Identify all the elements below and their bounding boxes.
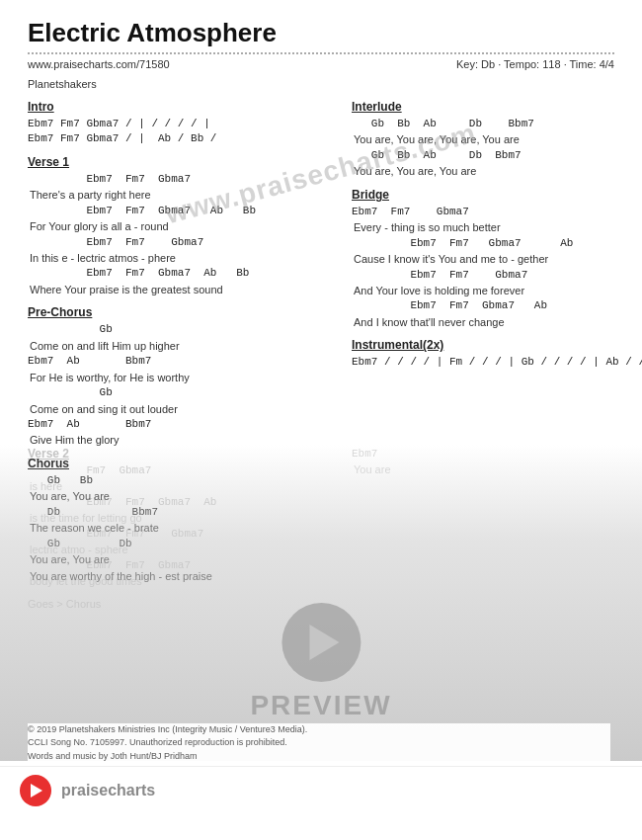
instrumental-section: Instrumental(2x) Ebm7 / / / / | Fm / / /…	[352, 338, 642, 370]
v1-lyric-1: There's a party right here	[30, 187, 334, 204]
play-triangle-icon	[309, 625, 339, 660]
footer-brand-text: praisecharts	[61, 782, 155, 799]
il-lyric-2: You are, You are, You are	[354, 163, 642, 180]
verse1-label: Verse 1	[28, 155, 334, 169]
footer: praisecharts	[0, 766, 642, 840]
song-url[interactable]: www.praisecharts.com/71580	[28, 58, 170, 70]
prechorus-section: Pre-Chorus Gb Come on and lift Him up hi…	[28, 305, 334, 449]
footer-play-icon	[31, 784, 42, 798]
v1-chord-1: Ebm7 Fm7 Gbma7	[28, 172, 334, 187]
v1-chord-3: Ebm7 Fm7 Gbma7	[28, 235, 334, 250]
copyright-line2: CCLI Song No. 7105997. Unauthorized repr…	[28, 736, 610, 750]
song-title: Electric Atmosphere	[28, 18, 614, 48]
v1-lyric-3: In this e - lectric atmos - phere	[30, 250, 334, 267]
br-lyric-4: And I know that'll never change	[354, 314, 642, 331]
preview-play-button[interactable]	[281, 603, 361, 682]
intro-chord-1: Ebm7 Fm7 Gbma7 / | / / / / |	[28, 117, 334, 131]
il-chord-2: Gb Bb Ab Db Bbm7	[352, 148, 642, 163]
bridge-label: Bridge	[352, 188, 642, 202]
footer-inner: praisecharts	[20, 775, 622, 806]
br-chord-2: Ebm7 Fm7 Gbma7 Ab	[352, 236, 642, 251]
instrumental-label: Instrumental(2x)	[352, 338, 642, 352]
pc-lyric-3: Come on and sing it out louder	[30, 401, 334, 418]
pc-lyric-1: Come on and lift Him up higher	[30, 338, 334, 355]
bridge-section: Bridge Ebm7 Fm7 Gbma7 Every - thing is s…	[352, 188, 642, 331]
artist: Planetshakers	[28, 78, 614, 90]
v1-chord-2: Ebm7 Fm7 Gbma7 Ab Bb	[28, 204, 334, 218]
pc-chord-1: Gb	[28, 322, 334, 337]
page: Electric Atmosphere www.praisecharts.com…	[0, 0, 642, 840]
br-lyric-2: Cause I know it's You and me to - gether	[354, 251, 642, 268]
prechorus-label: Pre-Chorus	[28, 305, 334, 319]
pc-chord-3: Gb	[28, 385, 334, 400]
intro-chord-2: Ebm7 Fm7 Gbma7 / | Ab / Bb /	[28, 131, 334, 146]
preview-text: PREVIEW	[250, 690, 391, 721]
verse1-section: Verse 1 Ebm7 Fm7 Gbma7 There's a party r…	[28, 155, 334, 298]
il-lyric-1: You are, You are, You are, You are	[354, 131, 642, 148]
interlude-label: Interlude	[352, 100, 642, 114]
copyright-block: © 2019 Planetshakers Ministries Inc (Int…	[28, 723, 610, 764]
interlude-section: Interlude Gb Bb Ab Db Bbm7 You are, You …	[352, 100, 642, 180]
v1-chord-4: Ebm7 Fm7 Gbma7 Ab Bb	[28, 266, 334, 281]
br-chord-3: Ebm7 Fm7 Gbma7	[352, 268, 642, 283]
br-lyric-1: Every - thing is so much better	[354, 219, 642, 236]
br-chord-4: Ebm7 Fm7 Gbma7 Ab	[352, 298, 642, 313]
intro-label: Intro	[28, 100, 334, 114]
inst-chord-1: Ebm7 / / / / | Fm / / / | Gb / / / / | A…	[352, 355, 642, 370]
copyright-line1: © 2019 Planetshakers Ministries Inc (Int…	[28, 723, 610, 737]
v1-lyric-4: Where Your praise is the greatest sound	[30, 282, 334, 298]
pc-lyric-2: For He is worthy, for He is worthy	[30, 370, 334, 386]
song-meta: Key: Db · Tempo: 118 · Time: 4/4	[456, 58, 614, 70]
il-chord-1: Gb Bb Ab Db Bbm7	[352, 117, 642, 131]
pc-chord-2: Ebm7 Ab Bbm7	[28, 354, 334, 369]
v1-lyric-2: For Your glory is all a - round	[30, 218, 334, 235]
intro-section: Intro Ebm7 Fm7 Gbma7 / | / / / / | Ebm7 …	[28, 100, 334, 147]
preview-badge: PREVIEW	[250, 603, 391, 721]
br-lyric-3: And Your love is holding me forever	[354, 283, 642, 299]
footer-logo[interactable]	[20, 775, 51, 806]
br-chord-1: Ebm7 Fm7 Gbma7	[352, 205, 642, 219]
pc-chord-4: Ebm7 Ab Bbm7	[28, 417, 334, 432]
meta-row: www.praisecharts.com/71580 Key: Db · Tem…	[28, 58, 614, 70]
divider	[28, 52, 614, 54]
copyright-line3: Words and music by Joth Hunt/BJ Pridham	[28, 750, 610, 764]
